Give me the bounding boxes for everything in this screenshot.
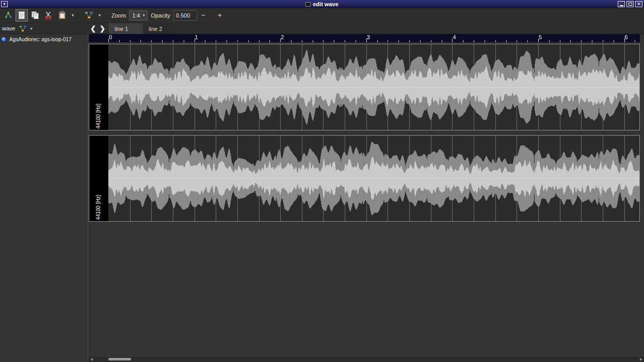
- zoom-combo[interactable]: 1:4 ▾: [129, 10, 148, 21]
- scissors-icon: [44, 11, 53, 20]
- waveform-canvas[interactable]: [108, 44, 639, 130]
- window-title: edit wave: [313, 1, 339, 7]
- tab-label: line 1: [115, 26, 128, 32]
- minimize-icon: [620, 5, 623, 6]
- select-tool-button[interactable]: [15, 9, 28, 22]
- window-menu-arrow-icon: ▾: [3, 2, 5, 6]
- machine-sidebar: AgsAudiorec: ags-loop-017: [0, 34, 88, 362]
- radio-selected-icon[interactable]: [1, 37, 7, 42]
- tool-popup-button[interactable]: [83, 9, 95, 22]
- chevron-down-icon: ▾: [72, 13, 74, 18]
- select-document-icon: [18, 11, 25, 20]
- copy-button[interactable]: [29, 9, 41, 22]
- rate-strip: 44100 [Hz]: [89, 136, 108, 221]
- opacity-decrease-button[interactable]: −: [198, 10, 208, 21]
- window-title-area: edit wave: [0, 0, 644, 8]
- minimize-button[interactable]: [618, 1, 625, 7]
- close-icon: ✕: [637, 2, 641, 7]
- titlebar[interactable]: ▾ edit wave ✕: [0, 0, 644, 8]
- window-icon: [305, 2, 311, 7]
- machine-radio-row[interactable]: AgsAudiorec: ags-loop-017: [0, 34, 88, 42]
- cut-button[interactable]: [42, 9, 55, 22]
- next-line-button[interactable]: ❯: [100, 25, 105, 32]
- chevron-down-icon: ▾: [30, 26, 33, 31]
- timeline-ruler[interactable]: [89, 34, 640, 42]
- plus-icon: +: [218, 11, 222, 19]
- scroll-right-icon[interactable]: [640, 358, 642, 361]
- zoom-value: 1:4: [132, 12, 140, 19]
- opacity-label: Opacity: [149, 12, 172, 19]
- chevron-down-icon: ▾: [99, 13, 101, 18]
- wave-row: 44100 [Hz]: [89, 44, 640, 130]
- tool-menu-button[interactable]: ▾: [96, 9, 103, 22]
- wave-toolbar: ▾ ▾ Zoom 1:4 ▾ Opacity − +: [0, 8, 644, 23]
- paste-button[interactable]: [56, 9, 68, 22]
- scrollbar-thumb[interactable]: [108, 358, 131, 360]
- wave-label: wave: [2, 25, 15, 31]
- tab-line-2[interactable]: line 2: [143, 23, 177, 34]
- window-menu-button[interactable]: ▾: [1, 1, 8, 7]
- position-cursor-icon: [4, 11, 13, 20]
- maximize-icon: [629, 3, 632, 6]
- minus-icon: −: [201, 11, 205, 19]
- scroll-left-icon[interactable]: [90, 358, 93, 361]
- node-graph-icon: [19, 25, 27, 32]
- tab-line-1[interactable]: line 1: [109, 23, 143, 34]
- rate-strip: 44100 [Hz]: [89, 44, 108, 130]
- waveform-canvas[interactable]: [108, 136, 639, 221]
- wave-edit-area: 44100 [Hz] 44100 [Hz]: [89, 34, 644, 362]
- samplerate-label: 44100 [Hz]: [95, 195, 101, 220]
- tab-label: line 2: [149, 26, 162, 32]
- chevron-down-icon: ▾: [142, 13, 144, 18]
- edit-tool-menu-button[interactable]: ▾: [69, 9, 76, 22]
- clipboard-icon: [58, 11, 66, 20]
- prev-line-button[interactable]: ❮: [90, 25, 96, 32]
- opacity-increase-button[interactable]: +: [215, 10, 225, 21]
- wave-selector[interactable]: wave ▾: [2, 23, 33, 34]
- position-cursor-button[interactable]: [2, 9, 14, 22]
- close-button[interactable]: ✕: [635, 1, 642, 7]
- line-tabs: line 1 line 2: [109, 23, 177, 34]
- window-controls: ✕: [618, 1, 642, 7]
- wave-nav-row: wave ▾ ❮ ❯ line 1 line 2: [0, 23, 644, 34]
- horizontal-scrollbar[interactable]: [89, 356, 644, 362]
- wave-row: 44100 [Hz]: [89, 135, 640, 222]
- maximize-button[interactable]: [626, 1, 634, 7]
- samplerate-label: 44100 [Hz]: [95, 104, 101, 128]
- line-pager: ❮ ❯: [90, 23, 105, 34]
- opacity-input[interactable]: [173, 10, 197, 21]
- machine-label: AgsAudiorec: ags-loop-017: [9, 37, 72, 42]
- node-graph-icon: [85, 11, 93, 19]
- copy-pages-icon: [31, 11, 40, 20]
- zoom-label: Zoom: [109, 12, 128, 19]
